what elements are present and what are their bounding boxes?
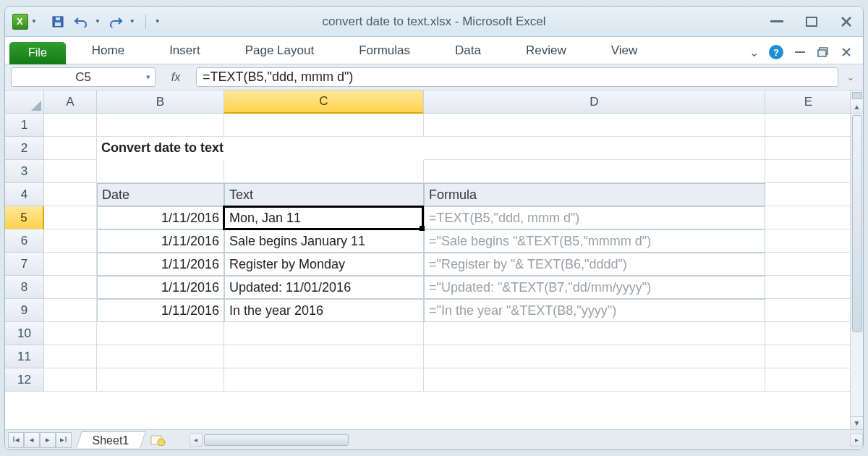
row-header-12[interactable]: 12 — [5, 368, 44, 392]
app-menu-dropdown-icon[interactable]: ▼ — [31, 18, 37, 25]
sheet-nav-prev-icon[interactable]: ◂ — [24, 432, 40, 448]
cell-C10[interactable] — [224, 322, 424, 345]
cell-E4[interactable] — [765, 183, 852, 206]
sheet-nav-first-icon[interactable]: I◂ — [8, 432, 24, 448]
mdi-close-icon[interactable] — [840, 47, 853, 57]
cell-E1[interactable] — [765, 114, 852, 137]
maximize-icon[interactable] — [802, 14, 821, 29]
row-header-4[interactable]: 4 — [5, 183, 44, 206]
cell-A2[interactable] — [44, 137, 97, 160]
sheet-nav-next-icon[interactable]: ▸ — [40, 432, 56, 448]
cell-E9[interactable] — [765, 299, 852, 322]
help-icon[interactable]: ? — [769, 45, 783, 59]
hscroll-thumb[interactable] — [204, 434, 349, 446]
cell-B10[interactable] — [97, 322, 224, 345]
ribbon-minimize-icon[interactable]: ⌄ — [749, 46, 759, 59]
cell-E8[interactable] — [765, 276, 852, 299]
scroll-right-icon[interactable]: ▸ — [850, 434, 863, 447]
cell-A3[interactable] — [44, 160, 97, 183]
cell-B6[interactable]: 1/11/2016 — [97, 229, 224, 253]
cell-C1[interactable] — [224, 114, 424, 137]
cell-D6[interactable]: ="Sale begins "&TEXT(B5,"mmmm d") — [424, 229, 765, 253]
cell-C3[interactable] — [224, 160, 424, 183]
cell-C8[interactable]: Updated: 11/01/2016 — [224, 276, 424, 299]
row-header-9[interactable]: 9 — [5, 299, 44, 322]
cell-B4[interactable]: Date — [97, 183, 224, 206]
vertical-scrollbar[interactable]: ▲ ▼ — [850, 90, 863, 429]
cell-D4[interactable]: Formula — [424, 183, 765, 206]
cell-C4[interactable]: Text — [224, 183, 424, 206]
col-header-C[interactable]: C — [224, 90, 424, 114]
tab-data[interactable]: Data — [448, 39, 488, 64]
cell-E11[interactable] — [765, 345, 852, 368]
qat-customize-icon[interactable]: ▼ — [155, 18, 161, 25]
tab-formulas[interactable]: Formulas — [352, 39, 417, 64]
cell-D8[interactable]: ="Updated: "&TEXT(B7,"dd/mm/yyyy") — [424, 276, 765, 299]
tab-home[interactable]: Home — [85, 39, 132, 64]
cell-A5[interactable] — [44, 206, 97, 229]
save-icon[interactable] — [50, 14, 66, 30]
mdi-minimize-icon[interactable] — [793, 47, 807, 57]
cell-E10[interactable] — [765, 322, 852, 345]
scroll-up-icon[interactable]: ▲ — [851, 101, 863, 114]
undo-icon[interactable] — [73, 14, 89, 30]
cell-D5[interactable]: =TEXT(B5,"ddd, mmm d") — [424, 206, 765, 229]
cell-E6[interactable] — [765, 229, 852, 253]
cell-B5[interactable]: 1/11/2016 — [97, 206, 224, 229]
select-all-corner[interactable] — [5, 90, 44, 114]
row-header-10[interactable]: 10 — [5, 322, 44, 345]
row-header-7[interactable]: 7 — [5, 253, 44, 276]
scroll-left-icon[interactable]: ◂ — [190, 434, 203, 447]
col-header-A[interactable]: A — [44, 90, 97, 114]
sheet-tab-active[interactable]: Sheet1 — [76, 431, 145, 448]
col-header-B[interactable]: B — [97, 90, 224, 114]
cell-C2[interactable] — [224, 137, 424, 160]
cell-E7[interactable] — [765, 253, 852, 276]
scroll-down-icon[interactable]: ▼ — [851, 416, 863, 429]
cell-D7[interactable]: ="Register by "& TEXT(B6,"dddd") — [424, 253, 765, 276]
fx-icon[interactable]: fx — [161, 71, 190, 84]
new-sheet-icon[interactable] — [148, 433, 168, 447]
cell-A9[interactable] — [44, 299, 97, 322]
row-header-8[interactable]: 8 — [5, 276, 44, 299]
row-header-1[interactable]: 1 — [5, 114, 44, 137]
cell-A8[interactable] — [44, 276, 97, 299]
formula-bar-expand-icon[interactable]: ⌄ — [844, 72, 857, 83]
redo-dropdown-icon[interactable]: ▼ — [129, 18, 135, 25]
cell-C7[interactable]: Register by Monday — [224, 253, 424, 276]
cell-B9[interactable]: 1/11/2016 — [97, 299, 224, 322]
cell-C5[interactable]: Mon, Jan 11 — [224, 206, 424, 229]
mdi-restore-icon[interactable] — [817, 47, 830, 57]
cell-B12[interactable] — [97, 368, 224, 392]
excel-app-icon[interactable] — [12, 14, 28, 30]
cell-A11[interactable] — [44, 345, 97, 368]
cell-A12[interactable] — [44, 368, 97, 392]
formula-input[interactable]: =TEXT(B5,"ddd, mmm d") — [196, 67, 838, 87]
cell-E3[interactable] — [765, 160, 852, 183]
cell-C9[interactable]: In the year 2016 — [224, 299, 424, 322]
row-header-11[interactable]: 11 — [5, 345, 44, 368]
cell-B1[interactable] — [97, 114, 224, 137]
split-box-icon[interactable] — [852, 92, 862, 99]
cell-D9[interactable]: ="In the year "&TEXT(B8,"yyyy") — [424, 299, 765, 322]
cell-A1[interactable] — [44, 114, 97, 137]
cell-D3[interactable] — [424, 160, 765, 183]
vscroll-thumb[interactable] — [852, 115, 862, 332]
cell-D12[interactable] — [424, 368, 765, 392]
cell-grid[interactable]: A B C D E 1 2 Convert date to text 3 — [5, 90, 850, 429]
cell-C11[interactable] — [224, 345, 424, 368]
row-header-6[interactable]: 6 — [5, 229, 44, 253]
cell-B8[interactable]: 1/11/2016 — [97, 276, 224, 299]
minimize-icon[interactable] — [767, 14, 786, 29]
name-box[interactable]: C5 — [11, 67, 156, 87]
tab-insert[interactable]: Insert — [162, 39, 208, 64]
col-header-E[interactable]: E — [765, 90, 852, 114]
undo-dropdown-icon[interactable]: ▼ — [95, 18, 101, 25]
redo-icon[interactable] — [108, 14, 124, 30]
cell-B11[interactable] — [97, 345, 224, 368]
file-tab[interactable]: File — [9, 42, 66, 64]
row-header-3[interactable]: 3 — [5, 160, 44, 183]
cell-D11[interactable] — [424, 345, 765, 368]
cell-C6[interactable]: Sale begins January 11 — [224, 229, 424, 253]
tab-page-layout[interactable]: Page Layout — [238, 39, 321, 64]
